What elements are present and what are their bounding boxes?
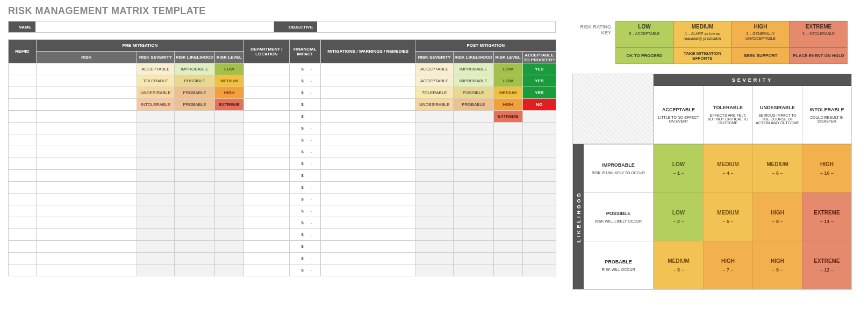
cell[interactable] — [175, 123, 215, 134]
cell[interactable]: LOW — [493, 63, 522, 75]
cell[interactable]: TOLERABLE — [415, 87, 454, 99]
cell[interactable] — [321, 241, 415, 253]
cell[interactable] — [522, 217, 556, 229]
cell[interactable] — [321, 158, 415, 170]
cell[interactable] — [175, 146, 215, 158]
cell[interactable] — [493, 134, 522, 146]
table-row[interactable]: $ - — [9, 264, 556, 276]
cell[interactable] — [214, 217, 243, 229]
table-row[interactable]: ACCEPTABLEIMPROBABLELOW$ -ACCEPTABLEIMPR… — [9, 63, 556, 75]
cell[interactable] — [9, 229, 37, 241]
cell[interactable] — [175, 253, 215, 264]
cell[interactable]: $ - — [289, 63, 320, 75]
cell[interactable] — [493, 170, 522, 182]
cell[interactable] — [137, 134, 175, 146]
cell[interactable]: $ - — [289, 229, 320, 241]
cell[interactable] — [321, 217, 415, 229]
cell[interactable] — [36, 111, 137, 123]
cell[interactable] — [137, 158, 175, 170]
cell[interactable] — [522, 194, 556, 205]
cell[interactable] — [415, 264, 454, 276]
cell[interactable] — [243, 241, 289, 253]
cell[interactable] — [453, 194, 493, 205]
cell[interactable]: $ - — [289, 253, 320, 264]
table-row[interactable]: $ - — [9, 158, 556, 170]
table-row[interactable]: INTOLERABLEPROBABLEEXTREME$ -UNDESIRABLE… — [9, 99, 556, 111]
cell[interactable]: MEDIUM — [214, 75, 243, 87]
cell[interactable]: MEDIUM — [493, 87, 522, 99]
cell[interactable]: $ - — [289, 146, 320, 158]
cell[interactable] — [415, 123, 454, 134]
cell[interactable] — [214, 146, 243, 158]
cell[interactable] — [243, 123, 289, 134]
cell[interactable] — [137, 217, 175, 229]
cell[interactable] — [453, 134, 493, 146]
cell[interactable] — [36, 134, 137, 146]
cell[interactable] — [243, 87, 289, 99]
cell[interactable]: $ - — [289, 217, 320, 229]
cell[interactable] — [175, 205, 215, 217]
cell[interactable] — [36, 158, 137, 170]
cell[interactable] — [175, 264, 215, 276]
cell[interactable] — [522, 264, 556, 276]
cell[interactable] — [493, 253, 522, 264]
cell[interactable] — [137, 111, 175, 123]
cell[interactable] — [214, 111, 243, 123]
cell[interactable] — [175, 170, 215, 182]
cell[interactable] — [36, 99, 137, 111]
cell[interactable] — [243, 205, 289, 217]
cell[interactable]: IMPROBABLE — [453, 63, 493, 75]
cell[interactable] — [453, 123, 493, 134]
cell[interactable] — [137, 170, 175, 182]
cell[interactable] — [321, 264, 415, 276]
cell[interactable] — [415, 170, 454, 182]
cell[interactable]: $ - — [289, 123, 320, 134]
cell[interactable] — [9, 194, 37, 205]
cell[interactable] — [453, 111, 493, 123]
cell[interactable] — [137, 205, 175, 217]
table-row[interactable]: $ - — [9, 205, 556, 217]
cell[interactable] — [493, 194, 522, 205]
cell[interactable] — [321, 134, 415, 146]
cell[interactable]: $ - — [289, 194, 320, 205]
cell[interactable]: UNDESIRABLE — [137, 87, 175, 99]
cell[interactable] — [9, 217, 37, 229]
cell[interactable] — [415, 217, 454, 229]
cell[interactable] — [243, 229, 289, 241]
cell[interactable] — [9, 241, 37, 253]
cell[interactable] — [214, 134, 243, 146]
cell[interactable] — [243, 111, 289, 123]
cell[interactable] — [36, 75, 137, 87]
cell[interactable] — [522, 182, 556, 194]
cell[interactable]: YES — [522, 63, 556, 75]
table-row[interactable]: $ - — [9, 170, 556, 182]
table-row[interactable]: $ - — [9, 229, 556, 241]
cell[interactable] — [243, 134, 289, 146]
cell[interactable] — [321, 75, 415, 87]
cell[interactable]: HIGH — [493, 99, 522, 111]
cell[interactable] — [214, 205, 243, 217]
cell[interactable]: NO — [522, 99, 556, 111]
cell[interactable] — [522, 253, 556, 264]
cell[interactable]: INTOLERABLE — [137, 99, 175, 111]
cell[interactable] — [522, 146, 556, 158]
cell[interactable] — [9, 87, 37, 99]
cell[interactable] — [175, 194, 215, 205]
cell[interactable]: $ - — [289, 170, 320, 182]
cell[interactable] — [9, 205, 37, 217]
cell[interactable] — [214, 253, 243, 264]
cell[interactable] — [321, 170, 415, 182]
cell[interactable] — [321, 111, 415, 123]
cell[interactable] — [137, 194, 175, 205]
cell[interactable] — [522, 158, 556, 170]
cell[interactable] — [415, 182, 454, 194]
cell[interactable] — [9, 123, 37, 134]
cell[interactable]: TOLERABLE — [137, 75, 175, 87]
cell[interactable] — [36, 264, 137, 276]
cell[interactable]: POSSIBLE — [453, 87, 493, 99]
cell[interactable] — [415, 134, 454, 146]
objective-field[interactable] — [317, 22, 556, 32]
cell[interactable] — [321, 87, 415, 99]
cell[interactable] — [493, 241, 522, 253]
cell[interactable] — [415, 253, 454, 264]
